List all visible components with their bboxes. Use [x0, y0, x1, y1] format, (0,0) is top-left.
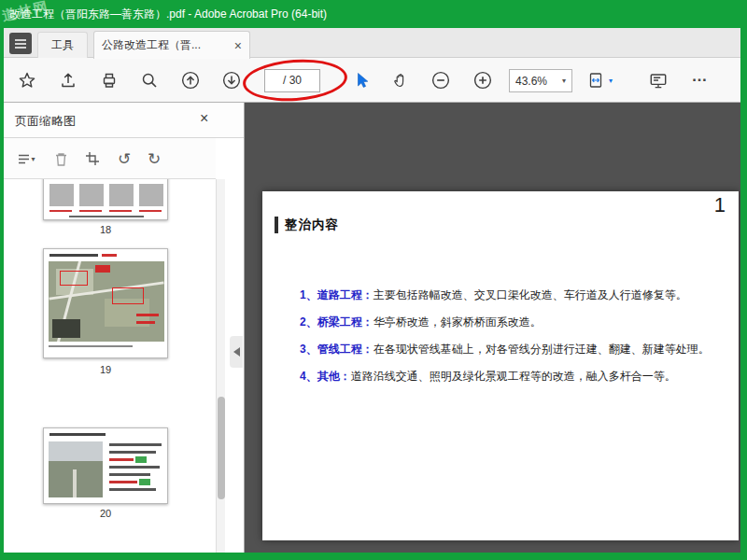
watermark-text: 道林网 — [0, 0, 52, 28]
print-button[interactable] — [97, 68, 121, 92]
tab-close-icon[interactable]: × — [234, 38, 242, 53]
chevron-down-icon: ▾ — [609, 77, 613, 85]
cursor-arrow-icon — [352, 71, 371, 90]
printer-icon — [100, 71, 119, 90]
thumb-art — [69, 216, 144, 217]
scrollbar-thumb[interactable] — [218, 397, 225, 499]
chevron-down-icon: ▾ — [562, 77, 566, 85]
thumb-art — [73, 469, 77, 497]
list-item: 4、其他：道路沿线交通、照明及绿化景观工程等的改造，融入多杆合一等。 — [300, 369, 731, 385]
panel-collapse-handle[interactable] — [230, 336, 243, 368]
thumb-art — [109, 473, 150, 476]
acrobat-window: 改造工程（晋阳东路—善东路）.pdf - Adobe Acrobat Pro (… — [0, 0, 747, 560]
thumb-art — [109, 451, 156, 454]
plus-circle-icon — [472, 70, 493, 91]
thumb-art — [109, 210, 132, 212]
thumb-art — [112, 287, 144, 304]
menu-button[interactable] — [9, 33, 32, 54]
zoom-out-button[interactable] — [429, 68, 453, 92]
panel-header: 页面缩略图 × — [4, 103, 244, 138]
hand-icon — [391, 71, 410, 90]
thumbnail-label: 20 — [43, 508, 168, 519]
thumb-art — [49, 254, 98, 257]
crop-icon — [85, 151, 100, 166]
thumb-art — [139, 479, 150, 485]
monitor-icon — [648, 70, 669, 91]
next-page-button[interactable] — [219, 68, 244, 92]
page-number-input[interactable]: / 30 — [264, 69, 320, 92]
display-mode-button[interactable] — [646, 68, 670, 92]
heading-bar — [275, 217, 278, 233]
thumbnail-page-19[interactable] — [43, 248, 168, 358]
fit-page-icon — [586, 71, 605, 90]
thumbnail-label: 18 — [43, 224, 168, 235]
thumbnail-list: 18 — [4, 179, 216, 553]
thumb-art — [136, 321, 155, 324]
chevron-down-icon: ▾ — [31, 155, 35, 163]
tab-document-label: 公路改造工程（晋... — [102, 37, 229, 53]
delete-pages-button[interactable] — [49, 146, 73, 172]
thumbnail-page-18[interactable] — [43, 179, 168, 220]
pdf-page[interactable]: 1 整治内容 1、道路工程：主要包括路幅改造、交叉口渠化改造、车行道及人行道修复… — [262, 191, 739, 540]
zoom-level-value: 43.6% — [515, 75, 562, 88]
star-button[interactable] — [15, 68, 39, 92]
window-titlebar[interactable]: 改造工程（晋阳东路—善东路）.pdf - Adobe Acrobat Pro (… — [0, 0, 747, 28]
window-title: 改造工程（晋阳东路—善东路）.pdf - Adobe Acrobat Pro (… — [9, 7, 327, 21]
thumb-art — [79, 210, 102, 212]
thumbnails-panel: 页面缩略图 × ▾ ↺ ↻ — [4, 103, 245, 553]
list-item: 3、管线工程：在各现状管线基础上，对各管线分别进行迁建、翻建、新建等处理。 — [300, 342, 731, 357]
thumb-art — [109, 466, 160, 469]
share-upload-icon — [59, 71, 78, 90]
item-label: 3、管线工程： — [300, 343, 374, 356]
slide-heading-row: 整治内容 — [275, 217, 339, 233]
thumb-art — [109, 458, 134, 461]
main-toolbar: / 30 43.6% ▾ ▾ — [4, 58, 740, 103]
item-text: 华亭桥改造，斜家桥桥面系改造。 — [374, 315, 542, 329]
thumb-art — [109, 184, 134, 206]
more-tools-button[interactable]: … — [687, 66, 712, 91]
item-label: 4、其他： — [300, 370, 351, 383]
thumb-art — [109, 488, 156, 491]
crop-pages-button[interactable] — [80, 146, 105, 172]
options-list-icon — [17, 152, 31, 166]
thumb-art — [135, 456, 147, 463]
thumb-art — [136, 314, 159, 316]
star-icon — [18, 71, 36, 90]
select-tool-button[interactable] — [349, 68, 374, 92]
panel-scrollbar[interactable] — [216, 179, 225, 553]
item-label: 1、道路工程： — [300, 288, 374, 301]
item-text: 道路沿线交通、照明及绿化景观工程等的改造，融入多杆合一等。 — [351, 370, 676, 383]
thumb-art — [102, 254, 117, 257]
thumb-art — [139, 210, 162, 212]
page-up-icon — [180, 70, 201, 91]
tab-document[interactable]: 公路改造工程（晋... × — [93, 31, 250, 59]
zoom-level-dropdown[interactable]: 43.6% ▾ — [509, 69, 572, 92]
hand-tool-button[interactable] — [388, 68, 413, 92]
thumb-photo-art — [49, 441, 103, 497]
window-content: 工具 公路改造工程（晋... × — [4, 28, 740, 553]
previous-page-button[interactable] — [178, 68, 203, 92]
search-icon — [140, 71, 159, 90]
thumbnail-options-button[interactable]: ▾ — [11, 146, 41, 172]
item-label: 2、桥梁工程： — [300, 315, 374, 329]
thumb-art — [60, 271, 88, 286]
thumbnail-page-20[interactable] — [43, 427, 168, 504]
thumb-art — [49, 184, 74, 206]
share-button[interactable] — [56, 68, 80, 92]
search-button[interactable] — [137, 68, 162, 92]
rotate-right-button[interactable]: ↻ — [142, 146, 166, 172]
rotate-ccw-icon: ↺ — [118, 149, 131, 169]
item-text: 在各现状管线基础上，对各管线分别进行迁建、翻建、新建等处理。 — [374, 343, 710, 356]
trash-icon — [53, 151, 69, 167]
panel-close-icon[interactable]: × — [200, 110, 208, 127]
rotate-left-button[interactable]: ↺ — [112, 146, 136, 172]
thumbnail-label: 19 — [43, 364, 168, 375]
fit-options-dropdown[interactable]: ▾ — [586, 68, 626, 92]
thumb-art — [49, 433, 106, 436]
zoom-in-button[interactable] — [471, 68, 495, 92]
tab-tools[interactable]: 工具 — [37, 32, 88, 58]
panel-toolbar: ▾ ↺ ↻ — [4, 138, 216, 179]
minus-circle-icon — [430, 70, 451, 91]
tab-tools-label: 工具 — [51, 37, 74, 53]
document-area[interactable]: 1 整治内容 1、道路工程：主要包括路幅改造、交叉口渠化改造、车行道及人行道修复… — [245, 103, 740, 553]
